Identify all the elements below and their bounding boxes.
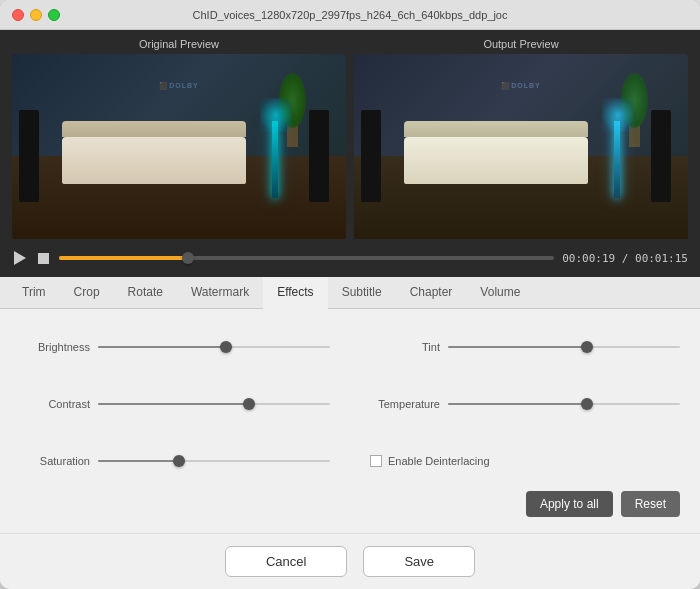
preview-panels: Original Preview ⬛DOLBY [12,38,688,239]
controls-grid: Brightness Tint Contrast [20,325,680,483]
original-scene: ⬛DOLBY [12,54,346,239]
titlebar: ChID_voices_1280x720p_2997fps_h264_6ch_6… [0,0,700,30]
play-button[interactable] [12,249,28,267]
tab-crop[interactable]: Crop [60,277,114,309]
panel-buttons: Apply to all Reset [20,491,680,517]
play-icon [14,251,26,265]
tab-trim[interactable]: Trim [8,277,60,309]
scene-speaker-right [309,110,329,203]
cancel-button[interactable]: Cancel [225,546,347,577]
scene-dolby: ⬛DOLBY [159,82,199,90]
output-preview-label: Output Preview [354,38,688,50]
time-display: 00:00:19 / 00:01:15 [562,252,688,265]
tab-subtitle[interactable]: Subtitle [328,277,396,309]
tint-label: Tint [370,341,440,353]
tint-fill [448,346,587,348]
tab-effects[interactable]: Effects [263,277,327,309]
saturation-label: Saturation [20,455,90,467]
video-section: Original Preview ⬛DOLBY [0,30,700,277]
brightness-control: Brightness [20,325,330,368]
temperature-slider[interactable] [448,403,680,405]
original-preview-panel: Original Preview ⬛DOLBY [12,38,346,239]
output-scene-dolby: ⬛DOLBY [501,82,541,90]
deinterlace-row: Enable Deinterlacing [370,440,680,483]
output-scene-couch [404,137,588,183]
stop-button[interactable] [36,251,51,266]
scene-lamp-body [272,121,278,199]
brightness-fill [98,346,226,348]
contrast-fill [98,403,249,405]
output-scene: ⬛DOLBY [354,54,688,239]
save-button[interactable]: Save [363,546,475,577]
maximize-button[interactable] [48,9,60,21]
scene-lamp [256,87,296,198]
tab-volume[interactable]: Volume [466,277,534,309]
reset-button[interactable]: Reset [621,491,680,517]
stop-icon [38,253,49,264]
brightness-slider[interactable] [98,346,330,348]
transport-controls: 00:00:19 / 00:01:15 [12,245,688,273]
temperature-thumb[interactable] [581,398,593,410]
tab-chapter[interactable]: Chapter [396,277,467,309]
temperature-fill [448,403,587,405]
contrast-slider[interactable] [98,403,330,405]
saturation-fill [98,460,179,462]
traffic-lights [12,9,60,21]
deinterlace-checkbox[interactable] [370,455,382,467]
main-window: ChID_voices_1280x720p_2997fps_h264_6ch_6… [0,0,700,589]
progress-fill [59,256,188,260]
effects-panel: Brightness Tint Contrast [0,309,700,533]
tint-slider[interactable] [448,346,680,348]
output-scene-speaker-right [651,110,671,203]
deinterlace-label: Enable Deinterlacing [388,455,490,467]
output-preview-video: ⬛DOLBY [354,54,688,239]
contrast-label: Contrast [20,398,90,410]
output-preview-panel: Output Preview ⬛DOLBY [354,38,688,239]
saturation-thumb[interactable] [173,455,185,467]
tabs-section: Trim Crop Rotate Watermark Effects Subti… [0,277,700,533]
brightness-thumb[interactable] [220,341,232,353]
tab-rotate[interactable]: Rotate [114,277,177,309]
output-scene-lamp-body [614,121,620,199]
tab-watermark[interactable]: Watermark [177,277,263,309]
window-title: ChID_voices_1280x720p_2997fps_h264_6ch_6… [193,9,508,21]
scene-couch [62,137,246,183]
original-preview-label: Original Preview [12,38,346,50]
temperature-control: Temperature [370,382,680,425]
progress-thumb[interactable] [182,252,194,264]
minimize-button[interactable] [30,9,42,21]
output-scene-speaker-left [361,110,381,203]
apply-to-all-button[interactable]: Apply to all [526,491,613,517]
brightness-label: Brightness [20,341,90,353]
output-scene-lamp [598,87,638,198]
tint-control: Tint [370,325,680,368]
saturation-control: Saturation [20,440,330,483]
saturation-slider[interactable] [98,460,330,462]
progress-bar[interactable] [59,256,554,260]
contrast-thumb[interactable] [243,398,255,410]
temperature-label: Temperature [370,398,440,410]
original-preview-video: ⬛DOLBY [12,54,346,239]
scene-speaker-left [19,110,39,203]
footer: Cancel Save [0,533,700,589]
tint-thumb[interactable] [581,341,593,353]
close-button[interactable] [12,9,24,21]
contrast-control: Contrast [20,382,330,425]
tabs-bar: Trim Crop Rotate Watermark Effects Subti… [0,277,700,309]
